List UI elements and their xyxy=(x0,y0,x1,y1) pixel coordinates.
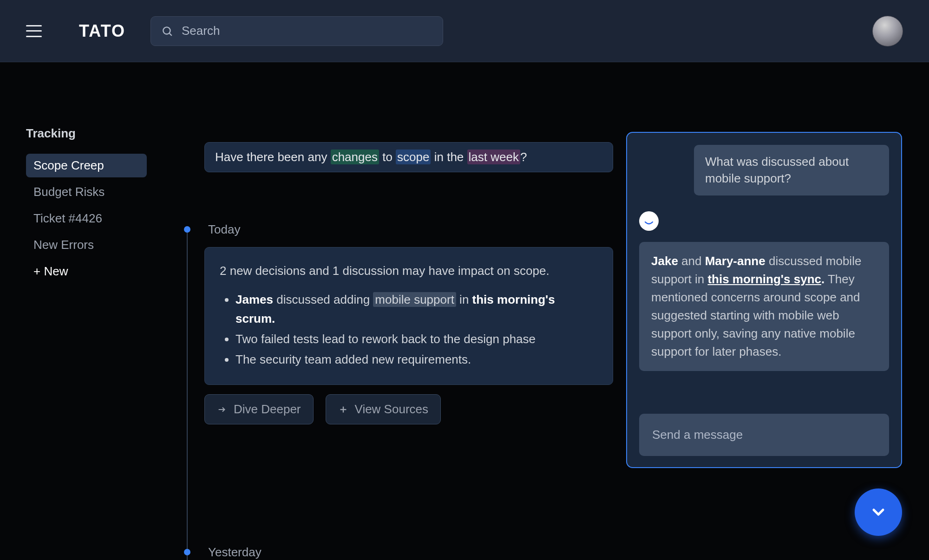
sync-link[interactable]: this morning's sync xyxy=(707,272,821,286)
main-content: Have there been any changes to scope in … xyxy=(184,142,658,560)
today-summary: 2 new decisions and 1 discussion may hav… xyxy=(220,261,598,280)
timeline-yesterday[interactable]: Yesterday xyxy=(184,545,658,560)
query-highlight-lastweek: last week xyxy=(467,150,520,164)
sidebar-item-scope-creep[interactable]: Scope Creep xyxy=(26,154,147,177)
app-logo: TATO xyxy=(79,21,125,41)
chat-input[interactable]: Send a message xyxy=(639,414,889,456)
sidebar-item-budget-risks[interactable]: Budget Risks xyxy=(26,180,147,204)
today-bullet-2: Two failed tests lead to rework back to … xyxy=(236,330,598,348)
plus-icon xyxy=(338,404,348,415)
chevron-down-icon xyxy=(869,503,888,521)
sidebar: Tracking Scope Creep Budget Risks Ticket… xyxy=(26,126,147,283)
svg-point-0 xyxy=(163,27,170,34)
chat-input-placeholder: Send a message xyxy=(652,428,743,442)
search-placeholder: Search xyxy=(182,24,220,38)
sidebar-title: Tracking xyxy=(26,126,147,141)
search-icon xyxy=(161,25,173,37)
today-card: 2 new decisions and 1 discussion may hav… xyxy=(204,247,613,385)
sidebar-item-new-errors[interactable]: New Errors xyxy=(26,233,147,257)
search-input[interactable]: Search xyxy=(150,16,443,46)
arrow-right-icon xyxy=(217,404,227,415)
chat-toggle-button[interactable] xyxy=(855,488,902,536)
sidebar-item-ticket-4426[interactable]: Ticket #4426 xyxy=(26,207,147,230)
dive-deeper-button[interactable]: Dive Deeper xyxy=(204,394,314,424)
query-highlight-changes: changes xyxy=(331,150,379,164)
menu-icon[interactable] xyxy=(26,25,42,37)
view-sources-button[interactable]: View Sources xyxy=(326,394,441,424)
timeline-label-today: Today xyxy=(208,222,658,237)
mobile-support-highlight[interactable]: mobile support xyxy=(373,292,456,307)
query-text: Have there been any xyxy=(215,150,331,164)
timeline-dot-icon xyxy=(184,549,190,555)
timeline-today: Today 2 new decisions and 1 discussion m… xyxy=(184,222,658,424)
bot-avatar-icon xyxy=(639,211,659,231)
query-box[interactable]: Have there been any changes to scope in … xyxy=(204,142,613,172)
today-bullet-3: The security team added new requirements… xyxy=(236,350,598,369)
query-highlight-scope: scope xyxy=(396,150,431,164)
timeline: Today 2 new decisions and 1 discussion m… xyxy=(184,222,658,560)
today-bullet-1: James discussed adding mobile support in… xyxy=(236,290,598,328)
svg-line-1 xyxy=(170,33,172,35)
chat-bot-message: Jake and Mary-anne discussed mobile supp… xyxy=(639,242,889,371)
timeline-label-yesterday: Yesterday xyxy=(208,545,658,560)
chat-panel: What was discussed about mobile support?… xyxy=(626,132,902,468)
timeline-dot-icon xyxy=(184,226,190,233)
chat-user-message: What was discussed about mobile support? xyxy=(694,145,889,195)
avatar[interactable] xyxy=(872,16,903,46)
sidebar-new-button[interactable]: + New xyxy=(26,260,147,283)
